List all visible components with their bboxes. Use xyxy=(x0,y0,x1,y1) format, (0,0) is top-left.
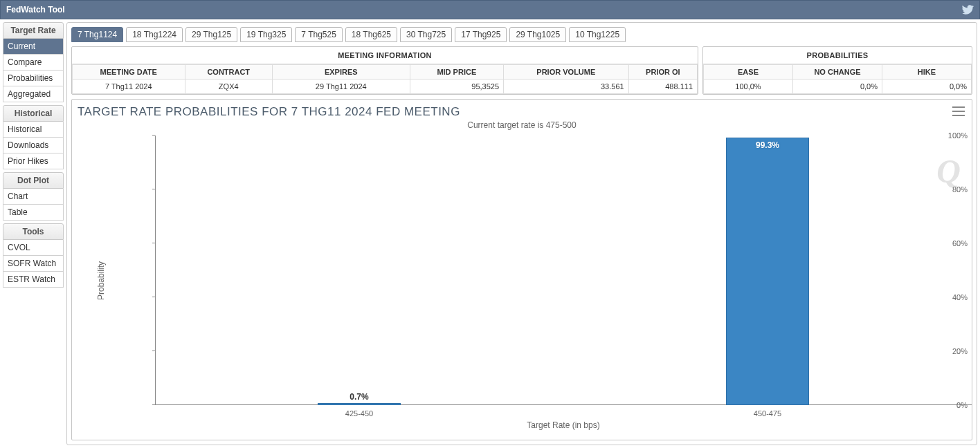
tab-10Thg1225[interactable]: 10 Thg1225 xyxy=(569,27,626,42)
y-tick: 40% xyxy=(952,293,968,301)
tab-19Thg325[interactable]: 19 Thg325 xyxy=(240,27,292,42)
table-cell: 7 Thg11 2024 xyxy=(73,80,185,94)
chart-subtitle: Current target rate is 475-500 xyxy=(72,120,972,130)
table-cell: 29 Thg11 2024 xyxy=(272,80,410,94)
table-header: NO CHANGE xyxy=(793,65,882,80)
tab-7Thg525[interactable]: 7 Thg525 xyxy=(295,27,343,42)
sidebar-item-prior-hikes[interactable]: Prior Hikes xyxy=(3,153,64,169)
main-panel: 7 Thg112418 Thg122429 Thg12519 Thg3257 T… xyxy=(66,22,977,445)
sidebar-item-compare[interactable]: Compare xyxy=(3,55,64,71)
sidebar-item-aggregated[interactable]: Aggregated xyxy=(3,86,64,102)
tab-17Thg925[interactable]: 17 Thg925 xyxy=(455,27,507,42)
chart-panel: TARGET RATE PROBABILITIES FOR 7 THG11 20… xyxy=(71,99,972,440)
bar-value-label: 99.3% xyxy=(726,140,809,150)
probabilities-panel: PROBABILITIES EASENO CHANGEHIKE 100,0%0,… xyxy=(702,46,972,95)
title-bar: FedWatch Tool xyxy=(0,0,980,19)
x-axis-label: Target Rate (in bps) xyxy=(155,420,972,430)
meeting-info-table: MEETING DATECONTRACTEXPIRESMID PRICEPRIO… xyxy=(72,64,698,94)
table-cell: 33.561 xyxy=(504,80,629,94)
y-tick: 60% xyxy=(952,239,968,248)
table-cell: 488.111 xyxy=(628,80,697,94)
tab-29Thg125[interactable]: 29 Thg125 xyxy=(185,27,237,42)
chart-area: Probability Q 0%20%40%60%80%100%0.7%425-… xyxy=(114,136,972,426)
table-cell: ZQX4 xyxy=(185,80,272,94)
hamburger-icon[interactable] xyxy=(952,106,965,116)
svg-rect-2 xyxy=(952,115,965,116)
probabilities-table: EASENO CHANGEHIKE 100,0%0,0%0,0% xyxy=(703,64,972,94)
bar-450-475[interactable] xyxy=(726,138,809,405)
sidebar-item-chart[interactable]: Chart xyxy=(3,189,64,205)
table-header: CONTRACT xyxy=(185,65,272,80)
sidebar-item-current[interactable]: Current xyxy=(3,39,64,55)
sidebar-header: Historical xyxy=(3,105,64,122)
meeting-info-title: MEETING INFORMATION xyxy=(72,47,698,64)
table-cell: 0,0% xyxy=(793,80,882,94)
sidebar-item-estr-watch[interactable]: ESTR Watch xyxy=(3,272,64,288)
bar-425-450[interactable] xyxy=(318,403,401,405)
svg-rect-0 xyxy=(952,106,965,108)
sidebar-header: Target Rate xyxy=(3,22,64,39)
meeting-info-panel: MEETING INFORMATION MEETING DATECONTRACT… xyxy=(71,46,698,95)
sidebar-item-historical[interactable]: Historical xyxy=(3,122,64,138)
table-header: MID PRICE xyxy=(410,65,503,80)
x-tick: 450-475 xyxy=(754,409,781,418)
sidebar-item-sofr-watch[interactable]: SOFR Watch xyxy=(3,256,64,272)
sidebar-item-downloads[interactable]: Downloads xyxy=(3,138,64,153)
sidebar-item-table[interactable]: Table xyxy=(3,205,64,221)
y-axis-label: Probability xyxy=(96,261,106,300)
tab-29Thg1025[interactable]: 29 Thg1025 xyxy=(509,27,566,42)
table-header: EASE xyxy=(704,65,793,80)
sidebar-header: Tools xyxy=(3,223,64,240)
sidebar-item-cvol[interactable]: CVOL xyxy=(3,240,64,256)
table-header: EXPIRES xyxy=(272,65,410,80)
y-tick: 80% xyxy=(952,185,968,194)
table-header: PRIOR VOLUME xyxy=(504,65,629,80)
y-tick: 100% xyxy=(948,131,968,140)
chart-title: TARGET RATE PROBABILITIES FOR 7 THG11 20… xyxy=(72,102,972,122)
date-tabs: 7 Thg112418 Thg122429 Thg12519 Thg3257 T… xyxy=(71,27,972,42)
probabilities-title: PROBABILITIES xyxy=(703,47,972,64)
y-tick: 20% xyxy=(952,347,968,355)
table-cell: 95,3525 xyxy=(410,80,503,94)
sidebar: Target RateCurrentCompareProbabilitiesAg… xyxy=(3,22,64,445)
table-cell: 100,0% xyxy=(704,80,793,94)
tab-18Thg625[interactable]: 18 Thg625 xyxy=(345,27,397,42)
watermark: Q xyxy=(936,152,961,190)
table-header: PRIOR OI xyxy=(628,65,697,80)
sidebar-header: Dot Plot xyxy=(3,172,64,189)
tab-30Thg725[interactable]: 30 Thg725 xyxy=(400,27,452,42)
svg-rect-1 xyxy=(952,111,965,112)
table-header: HIKE xyxy=(882,65,972,80)
table-header: MEETING DATE xyxy=(73,65,185,80)
bar-value-label: 0.7% xyxy=(318,392,401,402)
twitter-icon[interactable] xyxy=(961,3,974,16)
tab-7Thg1124[interactable]: 7 Thg1124 xyxy=(71,27,123,42)
x-tick: 425-450 xyxy=(345,409,373,418)
y-tick: 0% xyxy=(956,401,968,409)
sidebar-item-probabilities[interactable]: Probabilities xyxy=(3,71,64,86)
tab-18Thg1224[interactable]: 18 Thg1224 xyxy=(126,27,183,42)
app-title: FedWatch Tool xyxy=(6,0,65,19)
table-cell: 0,0% xyxy=(882,80,972,94)
